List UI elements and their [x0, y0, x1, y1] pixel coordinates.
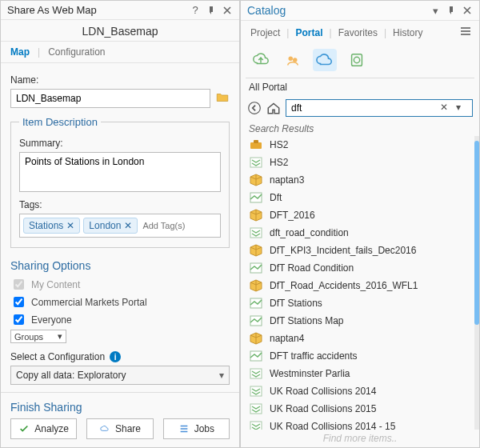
result-label: DfT Stations Map: [270, 315, 343, 326]
search-box: ✕ ▾: [286, 99, 473, 117]
result-item[interactable]: DfT_Road_Accidents_2016_WFL1: [249, 277, 474, 294]
tile-allportal[interactable]: [313, 49, 337, 71]
chevron-down-icon: ▾: [219, 370, 224, 381]
scrollbar-thumb[interactable]: [474, 141, 479, 325]
svg-point-1: [293, 58, 298, 62]
scrollbar[interactable]: [474, 136, 479, 430]
name-input[interactable]: [10, 89, 210, 108]
result-label: UK Road Collisions 2015: [270, 403, 376, 414]
svg-rect-6: [254, 140, 258, 143]
chevron-down-icon[interactable]: ▾: [456, 102, 469, 114]
tile-groups[interactable]: [281, 49, 305, 71]
share-form: Name: Item Description Summary: Tags: St…: [1, 63, 239, 392]
share-button[interactable]: Share: [86, 418, 153, 439]
tag-label: Stations: [29, 220, 63, 231]
chevron-down-icon: ▾: [58, 331, 62, 342]
share-label: Share: [115, 423, 141, 434]
result-item[interactable]: UK Road Collisions 2014: [249, 382, 474, 400]
info-icon[interactable]: i: [110, 351, 121, 362]
search-input[interactable]: [290, 102, 440, 114]
tag-item[interactable]: London ✕: [83, 218, 138, 234]
chk-everyone[interactable]: [14, 314, 24, 325]
result-label: DFT traffic accidents: [270, 350, 358, 362]
share-subtitle: LDN_Basemap: [1, 20, 239, 42]
configuration-select[interactable]: Copy all data: Exploratory ▾: [10, 366, 230, 385]
autohide-icon[interactable]: [446, 5, 457, 16]
tag-remove-icon[interactable]: ✕: [124, 220, 132, 231]
result-item[interactable]: DfT Road Condition: [249, 259, 474, 277]
result-item[interactable]: HS2: [249, 136, 474, 154]
browse-folder-icon[interactable]: [215, 90, 230, 107]
jobs-label: Jobs: [194, 423, 214, 434]
result-label: HS2: [270, 139, 288, 150]
dropdown-icon[interactable]: ▾: [430, 5, 441, 16]
result-item[interactable]: UK Road Collisions 2015: [249, 400, 474, 418]
result-label: DFT_2016: [270, 210, 315, 221]
tags-label: Tags:: [19, 199, 221, 210]
tab-favorites[interactable]: Favorites: [335, 26, 381, 40]
home-icon[interactable]: [266, 101, 281, 115]
tab-portal[interactable]: Portal: [292, 26, 326, 40]
result-item[interactable]: DfT_KPI3_Incident_fails_Dec2016: [249, 242, 474, 259]
svg-rect-5: [250, 142, 262, 149]
tab-configuration[interactable]: Configuration: [45, 45, 108, 59]
result-label: DfT_Road_Accidents_2016_WFL1: [270, 280, 418, 291]
tile-mycontent[interactable]: [249, 49, 273, 71]
chk-portal[interactable]: [14, 297, 24, 307]
result-item[interactable]: DfT Stations Map: [249, 312, 474, 330]
sharing-options-title: Sharing Options: [10, 259, 230, 272]
map-icon: [249, 261, 263, 275]
find-more-link[interactable]: Find more items..: [241, 430, 479, 447]
chk-everyone-label: Everyone: [31, 314, 72, 326]
clear-icon[interactable]: ✕: [440, 102, 453, 114]
allportal-label: All Portal: [241, 78, 479, 98]
result-item[interactable]: naptan3: [249, 171, 474, 189]
result-label: DfT_KPI3_Incident_fails_Dec2016: [270, 245, 416, 256]
layer-icon: [249, 366, 263, 381]
analyze-button[interactable]: Analyze: [10, 418, 77, 439]
svg-rect-17: [250, 422, 262, 430]
configuration-value: Copy all data: Exploratory: [16, 370, 126, 381]
tab-map[interactable]: Map: [7, 45, 33, 59]
result-item[interactable]: DFT traffic accidents: [249, 347, 474, 365]
tag-remove-icon[interactable]: ✕: [66, 220, 74, 231]
summary-input[interactable]: [19, 152, 221, 192]
menu-icon[interactable]: [458, 24, 473, 41]
close-icon[interactable]: [222, 5, 233, 16]
tags-input[interactable]: Stations ✕ London ✕: [19, 214, 221, 238]
result-item[interactable]: DFT_2016: [249, 206, 474, 224]
tab-project[interactable]: Project: [247, 26, 283, 40]
share-pane: Share As Web Map ? LDN_Basemap Map | Con…: [0, 0, 240, 448]
close-icon[interactable]: [462, 5, 473, 16]
result-item[interactable]: UK Road Collisions 2014 - 15: [249, 418, 474, 430]
layer-icon: [249, 226, 263, 240]
result-item[interactable]: Dft: [249, 189, 474, 206]
tag-item[interactable]: Stations ✕: [23, 218, 80, 234]
result-label: naptan3: [270, 174, 304, 186]
result-label: DfT Road Condition: [270, 262, 354, 274]
catalog-tabs: Project | Portal | Favorites | History: [241, 21, 479, 44]
toolbox-icon: [249, 138, 263, 152]
groups-label: Groups: [14, 332, 43, 342]
results-list[interactable]: HS2HS2naptan3DftDFT_2016dft_road_conditi…: [241, 136, 474, 430]
result-item[interactable]: dft_road_condition: [249, 224, 474, 242]
finish-sharing: Finish Sharing Analyze Share Jobs: [1, 392, 239, 447]
share-header: Share As Web Map ?: [1, 1, 239, 20]
result-item[interactable]: HS2: [249, 154, 474, 171]
autohide-icon[interactable]: [206, 5, 217, 16]
result-item[interactable]: Westminster Parlia: [249, 365, 474, 382]
result-item[interactable]: DfT Stations: [249, 294, 474, 312]
finish-sharing-title: Finish Sharing: [10, 401, 230, 414]
jobs-button[interactable]: Jobs: [163, 418, 230, 439]
chk-mycontent-row: My Content: [10, 277, 230, 292]
tab-history[interactable]: History: [390, 26, 426, 40]
share-title: Share As Web Map: [7, 4, 185, 16]
result-item[interactable]: naptan4: [249, 330, 474, 347]
tab-separator: |: [34, 46, 43, 58]
help-icon[interactable]: ?: [190, 5, 201, 16]
tag-add-input[interactable]: [141, 220, 217, 231]
groups-select[interactable]: Groups ▾: [10, 330, 66, 343]
cloud-icon: [99, 423, 110, 434]
back-icon[interactable]: [247, 101, 262, 115]
tile-livingatlas[interactable]: [345, 49, 369, 71]
